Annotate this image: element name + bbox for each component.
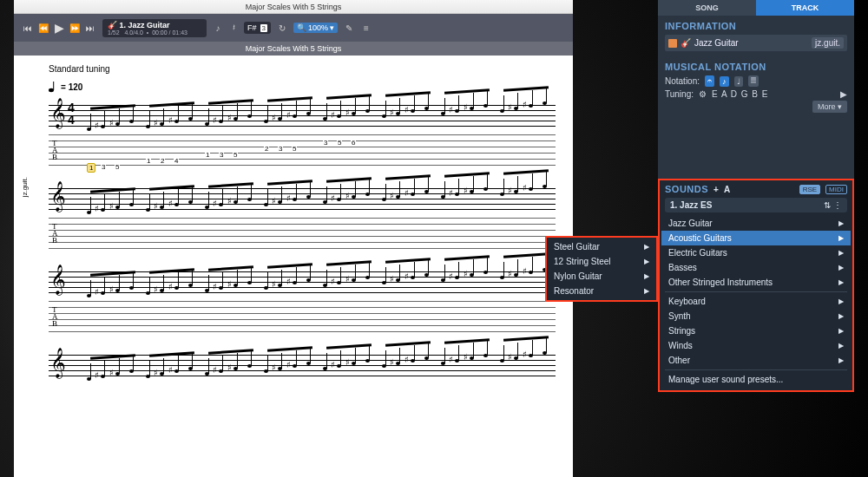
svg-point-0 xyxy=(49,88,54,92)
sound-category-item[interactable]: Basses▶ xyxy=(661,260,851,275)
musical-notation-heading: MUSICAL NOTATION xyxy=(665,62,847,72)
standard-staff: 𝄞 4 4 ♯♯♯♯♯♯♯♯♯♯♯♯♯♯♯♯ xyxy=(49,98,556,129)
tab-track[interactable]: TRACK xyxy=(756,0,854,16)
guitar-icon: 🎸 xyxy=(681,38,691,48)
more-button[interactable]: More ▾ xyxy=(812,101,847,113)
tab-fret-number[interactable]: 5 xyxy=(337,139,342,147)
midi-toggle[interactable]: MIDI xyxy=(825,185,847,194)
tab-staff: TAB 135124135235356 xyxy=(49,131,556,169)
chevron-down-icon: ▾ xyxy=(330,23,334,32)
notation-toggle-row: Notation: 𝄐 ♪ ♩ 𝄜 xyxy=(665,75,847,87)
tab-notation-toggle[interactable]: 𝄜 xyxy=(748,75,759,87)
play-icon[interactable]: ▶ xyxy=(52,21,66,35)
track-abbrev-field[interactable]: jz.guit. xyxy=(812,37,844,49)
tab-fret-number[interactable]: 5 xyxy=(115,163,120,171)
slash-icon[interactable]: 𝄽 xyxy=(227,22,239,34)
staff-system: 𝄞♯♯♯♯♯♯♯♯♯♯♯♯♯♯♯♯ xyxy=(49,348,556,379)
automation-letter[interactable]: A xyxy=(724,185,730,194)
zoom-control[interactable]: 🔍 100% ▾ xyxy=(293,23,338,33)
track-inspector-panel: SONG TRACK INFORMATION 🎸 Jazz Guitar jz.… xyxy=(658,0,854,179)
score-area[interactable]: jz.guit. Standard tuning ♩ = = 120 𝄞 4 4… xyxy=(14,56,573,477)
brush-icon[interactable]: ✎ xyxy=(343,22,355,34)
transport-controls: ⏮ ⏪ ▶ ⏩ ⏭ xyxy=(21,21,97,35)
note-icon[interactable]: ♪ xyxy=(212,22,224,34)
tab-fret-number[interactable]: 2 xyxy=(160,157,165,165)
tab-fret-number[interactable]: 2 xyxy=(264,145,269,153)
chevron-right-icon[interactable]: ▶ xyxy=(840,89,847,99)
track-name-field[interactable]: Jazz Guitar xyxy=(694,38,808,48)
staff-system: 𝄞♯♯♯♯♯♯♯♯♯♯♯♯♯♯♯♯ TAB xyxy=(49,265,556,336)
sound-category-item[interactable]: Jazz Guitar▶ xyxy=(661,216,851,231)
track-info-box[interactable]: 🎸 1. Jazz Guitar 1/52 4.0/4.0 • 00:00 / … xyxy=(102,19,207,37)
more-button-row: More ▾ xyxy=(665,101,847,111)
display-toggles: ♪ 𝄽 xyxy=(212,22,239,34)
sound-category-item[interactable]: Manage user sound presets... xyxy=(661,372,851,387)
inspector-tabs: SONG TRACK xyxy=(658,0,854,16)
staff-system: 𝄞 4 4 ♯♯♯♯♯♯♯♯♯♯♯♯♯♯♯♯ TAB 1351241352353… xyxy=(49,98,556,169)
tab-fret-number[interactable]: 4 xyxy=(174,157,179,165)
time-signature-display: 4 4 xyxy=(68,101,75,126)
sounds-panel: SOUNDS + A RSE MIDI 1. Jazz ES ⇅ ⋮ Jazz … xyxy=(658,179,854,392)
loop-icon[interactable]: ↻ xyxy=(276,22,288,34)
track-abbrev-label: jz.guit. xyxy=(21,177,29,197)
toolbar: ⏮ ⏪ ▶ ⏩ ⏭ 🎸 1. Jazz Guitar 1/52 4.0/4.0 … xyxy=(14,14,573,42)
staff-system: 𝄞♯♯♯♯♯♯♯♯♯♯♯♯♯♯♯♯ TAB xyxy=(49,181,556,252)
skip-start-icon[interactable]: ⏮ xyxy=(21,21,35,35)
menu-icon[interactable]: ≡ xyxy=(360,22,372,34)
rse-toggle[interactable]: RSE xyxy=(799,185,820,194)
tab-fret-number[interactable]: 3 xyxy=(101,163,106,171)
sounds-submenu: Steel Guitar▶12 String Steel▶Nylon Guita… xyxy=(545,236,658,302)
window-title: Major Scales With 5 Strings xyxy=(14,0,573,14)
tab-fret-number[interactable]: 1 xyxy=(205,151,210,159)
tuning-value[interactable]: E A D G B E xyxy=(712,89,768,99)
sound-submenu-item[interactable]: 12 String Steel▶ xyxy=(547,254,656,269)
tab-clef: TAB xyxy=(52,140,58,160)
sound-category-item[interactable]: Synth▶ xyxy=(661,309,851,323)
sound-category-item[interactable]: Electric Guitars▶ xyxy=(661,245,851,260)
sound-category-item[interactable]: Other▶ xyxy=(661,353,851,368)
tab-fret-number[interactable]: 1 xyxy=(146,157,151,165)
fastfwd-icon[interactable]: ⏩ xyxy=(68,21,82,35)
fret-display[interactable]: F# 3 xyxy=(244,22,271,34)
notation-label: Notation: xyxy=(665,76,700,86)
fret-note: F# xyxy=(247,23,257,32)
sound-submenu-item[interactable]: Resonator▶ xyxy=(547,284,656,298)
tab-fret-number[interactable]: 3 xyxy=(278,145,283,153)
time-signature: 4.0/4.0 xyxy=(124,29,142,36)
skip-end-icon[interactable]: ⏭ xyxy=(83,21,97,35)
rhythm-notation-toggle[interactable]: ♩ xyxy=(734,76,743,87)
tab-fret-number[interactable]: 3 xyxy=(323,139,328,147)
sounds-category-menu: Jazz Guitar▶Acoustic Guitars▶Electric Gu… xyxy=(660,216,852,390)
tab-fret-number[interactable]: 3 xyxy=(219,151,224,159)
tempo-value: 120 xyxy=(69,82,83,92)
tab-fret-number[interactable]: 6 xyxy=(351,139,356,147)
tuning-label: Tuning: xyxy=(665,89,694,99)
add-sound-icon[interactable]: + xyxy=(713,185,719,194)
sounds-header: SOUNDS + A RSE MIDI xyxy=(660,180,852,198)
tab-fret-number[interactable]: 1 xyxy=(87,163,95,173)
svg-rect-1 xyxy=(53,82,54,90)
rewind-icon[interactable]: ⏪ xyxy=(36,21,50,35)
standard-notation-toggle[interactable]: ♪ xyxy=(720,76,729,87)
sound-category-item[interactable]: Strings▶ xyxy=(661,323,851,338)
tab-fret-number[interactable]: 5 xyxy=(233,151,238,159)
sound-submenu-item[interactable]: Steel Guitar▶ xyxy=(547,239,656,254)
sound-submenu-item[interactable]: Nylon Guitar▶ xyxy=(547,269,656,284)
track-info-row[interactable]: 🎸 Jazz Guitar jz.guit. xyxy=(665,35,847,51)
slash-notation-toggle[interactable]: 𝄐 xyxy=(705,75,714,87)
track-color-swatch[interactable] xyxy=(668,39,677,48)
sound-category-item[interactable]: Acoustic Guitars▶ xyxy=(661,231,851,245)
kebab-icon[interactable]: ⋮ xyxy=(833,200,842,210)
tab-fret-number[interactable]: 5 xyxy=(292,145,297,153)
gear-icon[interactable]: ⚙ xyxy=(699,89,707,99)
tab-song[interactable]: SONG xyxy=(658,0,756,16)
current-sound-selector[interactable]: 1. Jazz ES ⇅ ⋮ xyxy=(665,198,847,212)
sound-category-item[interactable]: Keyboard▶ xyxy=(661,294,851,309)
information-heading: INFORMATION xyxy=(665,21,847,31)
sound-category-item[interactable]: Winds▶ xyxy=(661,338,851,353)
treble-clef-icon: 𝄞 xyxy=(50,98,66,128)
sound-category-item[interactable]: Other Stringed Instruments▶ xyxy=(661,275,851,290)
page-title-bar: Major Scales With 5 Strings xyxy=(14,42,573,56)
current-sound-label: 1. Jazz ES xyxy=(670,200,824,210)
updown-icon: ⇅ xyxy=(824,200,831,210)
